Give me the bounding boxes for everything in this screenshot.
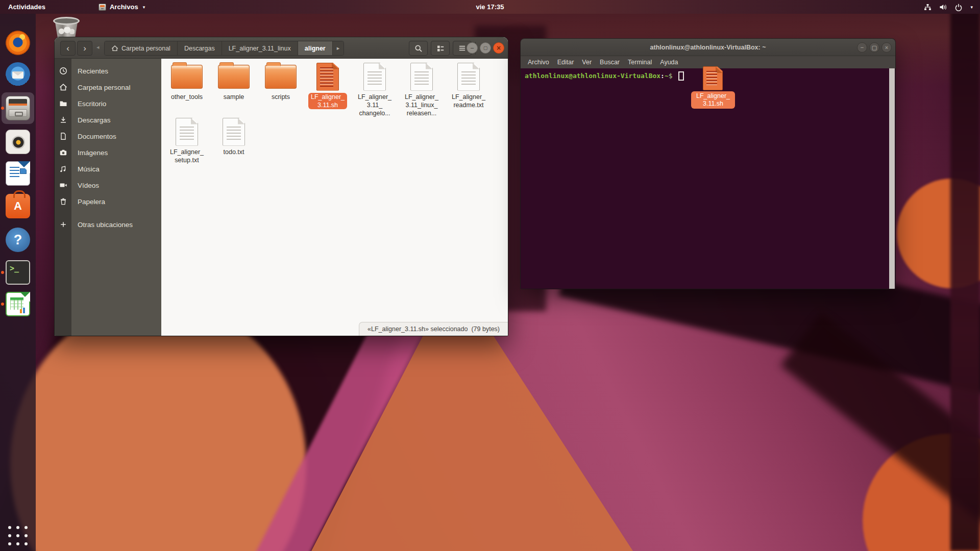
plus-icon xyxy=(60,221,67,228)
sidebar-item-videos[interactable]: Vídeos xyxy=(55,177,161,193)
show-applications-button[interactable] xyxy=(8,525,28,546)
thunderbird-icon xyxy=(6,62,30,87)
dock-libreoffice-calc[interactable] xyxy=(6,292,30,316)
menu-buscar[interactable]: Buscar xyxy=(596,59,624,66)
files-app-icon xyxy=(99,4,106,11)
path-scroll-right-icon[interactable]: ▸ xyxy=(333,41,344,55)
breadcrumb-home[interactable]: Carpeta personal xyxy=(105,41,178,55)
view-toggle-button[interactable] xyxy=(431,41,450,56)
home-icon xyxy=(59,83,67,91)
running-indicator xyxy=(1,271,4,274)
breadcrumb-lf-aligner-linux[interactable]: LF_aligner_3.11_linux xyxy=(222,41,298,55)
sidebar-label: Descargas xyxy=(71,116,111,124)
dock-firefox[interactable] xyxy=(6,31,30,55)
breadcrumb-label: LF_aligner_3.11_linux xyxy=(229,45,291,52)
caret-down-icon: ▾ xyxy=(143,5,145,10)
network-icon xyxy=(923,3,932,11)
desktop: Actividades Archivos ▾ vie 17:35 xyxy=(0,0,980,551)
prompt-separator: : xyxy=(660,72,665,80)
close-button[interactable]: × xyxy=(881,42,892,53)
breadcrumb-aligner[interactable]: aligner xyxy=(298,41,333,55)
file-item-changelog[interactable]: LF_aligner_3.11_changelo... xyxy=(351,62,398,117)
terminal-title: athlonlinux@athlonlinux-VirtualBox: ~ xyxy=(650,44,766,51)
menu-ayuda[interactable]: Ayuda xyxy=(656,59,682,66)
maximize-button[interactable]: ▢ xyxy=(480,42,491,54)
sidebar-item-recientes[interactable]: Recientes xyxy=(55,63,161,79)
sidebar-label: Carpeta personal xyxy=(71,84,131,91)
menu-ver[interactable]: Ver xyxy=(578,59,596,66)
terminal-prompt: athlonlinux@athlonlinux-VirtualBox:~$ xyxy=(525,71,673,81)
sidebar-item-papelera[interactable]: Papelera xyxy=(55,193,161,210)
file-item-releasenotes[interactable]: LF_aligner_3.11_linux_releasen... xyxy=(398,62,445,117)
system-tray[interactable]: ▾ xyxy=(916,0,980,14)
app-menu-button[interactable]: Archivos ▾ xyxy=(93,0,150,14)
sidebar-item-escritorio[interactable]: Escritorio xyxy=(55,95,161,112)
forward-button[interactable]: › xyxy=(77,41,92,56)
back-button[interactable]: ‹ xyxy=(60,41,76,56)
drag-ghost-label: LF_aligner_ 3.11.sh xyxy=(691,91,735,109)
breadcrumb-label: Descargas xyxy=(184,45,215,52)
menu-editar[interactable]: Editar xyxy=(553,59,578,66)
sidebar-label: Escritorio xyxy=(71,100,106,108)
dock-libreoffice-writer[interactable] xyxy=(6,161,30,186)
terminal-cursor xyxy=(678,71,684,81)
sidebar-label: Música xyxy=(71,165,100,173)
file-item-lf-aligner-sh[interactable]: LF_aligner_3.11.sh xyxy=(304,62,351,117)
dock-help[interactable] xyxy=(6,228,30,252)
prompt-path: ~ xyxy=(665,72,669,80)
libreoffice-writer-icon xyxy=(6,161,30,186)
terminal-scrollbar[interactable] xyxy=(889,68,895,289)
folder-icon xyxy=(59,99,67,108)
menu-archivo[interactable]: Archivo xyxy=(524,59,553,66)
terminal-titlebar[interactable]: athlonlinux@athlonlinux-VirtualBox: ~ − … xyxy=(521,39,895,56)
sidebar-item-musica[interactable]: Música xyxy=(55,161,161,177)
sidebar-label: Documentos xyxy=(71,133,116,140)
sidebar-item-carpeta-personal[interactable]: Carpeta personal xyxy=(55,79,161,95)
top-bar: Actividades Archivos ▾ vie 17:35 xyxy=(0,0,980,14)
files-icon xyxy=(6,96,30,120)
breadcrumb-descargas[interactable]: Descargas xyxy=(178,41,222,55)
close-button[interactable]: × xyxy=(493,42,504,54)
files-sidebar: Recientes Carpeta personal Escritorio xyxy=(55,59,161,336)
file-item-other-tools[interactable]: other_tools xyxy=(163,62,210,117)
files-content-area[interactable]: other_tools sample scripts LF_aligner_3.… xyxy=(161,59,508,336)
file-item-scripts[interactable]: scripts xyxy=(257,62,304,117)
maximize-button[interactable]: ▢ xyxy=(869,42,879,53)
sidebar-item-imagenes[interactable]: Imágenes xyxy=(55,144,161,161)
dock-files[interactable] xyxy=(6,96,30,120)
dock-terminal[interactable] xyxy=(6,260,30,285)
folder-icon xyxy=(265,65,297,89)
search-button[interactable] xyxy=(409,41,428,56)
sidebar-label: Vídeos xyxy=(71,182,99,189)
files-headerbar[interactable]: ‹ › ◂ Carpeta personal Descargas LF_alig… xyxy=(55,37,508,59)
running-indicator xyxy=(1,303,4,306)
text-file-icon xyxy=(363,63,386,91)
file-item-setup[interactable]: LF_aligner_setup.txt xyxy=(163,117,210,164)
ubuntu-software-icon xyxy=(6,194,30,218)
minimize-button[interactable]: − xyxy=(857,42,867,53)
dock-rhythmbox[interactable] xyxy=(6,130,30,154)
dock-thunderbird[interactable] xyxy=(6,62,30,87)
hamburger-icon xyxy=(458,44,466,52)
trash-rim xyxy=(53,17,80,25)
file-item-sample[interactable]: sample xyxy=(210,62,257,117)
prompt-symbol: $ xyxy=(669,72,673,80)
sidebar-label: Otras ubicaciones xyxy=(71,221,133,229)
dock-ubuntu-software[interactable] xyxy=(6,194,30,218)
menu-terminal[interactable]: Terminal xyxy=(624,59,656,66)
view-grid-icon xyxy=(436,44,445,53)
sidebar-item-descargas[interactable]: Descargas xyxy=(55,112,161,128)
file-item-todo[interactable]: todo.txt xyxy=(210,117,257,164)
activities-button[interactable]: Actividades xyxy=(0,0,54,14)
text-file-icon xyxy=(176,118,198,146)
power-icon xyxy=(954,3,963,11)
prompt-user-host: athlonlinux@athlonlinux-VirtualBox xyxy=(525,72,660,80)
sidebar-item-otras-ubicaciones[interactable]: Otras ubicaciones xyxy=(55,216,161,233)
music-icon xyxy=(59,165,67,173)
clock-icon xyxy=(59,67,67,75)
minimize-button[interactable]: − xyxy=(467,42,478,54)
path-scroll-left-icon[interactable]: ◂ xyxy=(96,44,100,51)
file-item-readme[interactable]: LF_aligner_readme.txt xyxy=(445,62,492,117)
sidebar-label: Papelera xyxy=(71,198,105,206)
sidebar-item-documentos[interactable]: Documentos xyxy=(55,128,161,144)
